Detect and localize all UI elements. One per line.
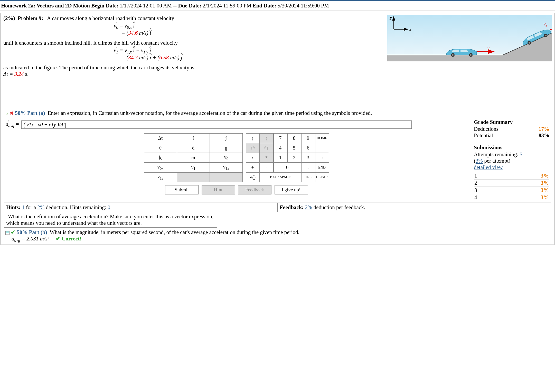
check-icon: ✔ — [11, 229, 15, 235]
part-a-box: ▷ ✖ 50% Part (a) Enter an expression, in… — [4, 109, 551, 202]
wrong-icon: ✖ — [10, 111, 14, 116]
part-b-box: ✔ 50% Part (b) What is the magnitude, in… — [4, 228, 551, 244]
key-home[interactable]: HOME — [315, 133, 329, 143]
problem-intro: A car moves along a horizontal road with… — [47, 15, 174, 21]
key-mul: * — [260, 153, 274, 163]
attempts-remaining[interactable]: 5 — [520, 151, 522, 157]
problem-mid: until it encounters a smooth inclined hi… — [3, 40, 380, 46]
due-date: 2/1/2024 11:59:00 PM — [203, 3, 251, 9]
grade-title: Grade Summary — [474, 119, 549, 125]
problem-figure: y x v0 v1 — [387, 15, 552, 108]
key-sub: ^↓ — [260, 143, 274, 153]
key-end[interactable]: END — [315, 163, 329, 172]
sym-khat[interactable]: k̂ — [144, 153, 177, 163]
submissions-title: Submissions — [474, 144, 549, 151]
answer-lhs: aavg = — [6, 121, 19, 128]
key-9[interactable]: 9 — [301, 133, 315, 143]
sym-d[interactable]: d — [177, 143, 210, 153]
sym-empty — [177, 172, 210, 182]
begin-date: 1/17/2024 12:01:00 AM — [120, 3, 172, 9]
key-backspace[interactable]: BACKSPACE — [260, 172, 301, 182]
sym-g[interactable]: g — [210, 143, 243, 153]
problem-container: (2%) Problem 9: A car moves along a hori… — [1, 13, 554, 245]
key-2[interactable]: 2 — [287, 153, 301, 163]
problem-weight: (2%) — [3, 15, 15, 21]
svg-point-10 — [470, 54, 472, 56]
key-sup: ↑^ — [246, 143, 260, 153]
key-clear[interactable]: CLEAR — [315, 172, 329, 182]
key-5[interactable]: 5 — [287, 143, 301, 153]
due-label: Due Date: — [178, 3, 201, 9]
hints-used[interactable]: 1 — [22, 204, 25, 210]
key-sqrt[interactable]: √() — [246, 172, 260, 182]
begin-label: Begin Date: — [91, 3, 118, 9]
part-a-prompt: Enter an expression, in Cartesian unit-v… — [48, 110, 372, 116]
detailed-view[interactable]: detailed view — [474, 164, 503, 170]
hint-button: Hint — [202, 185, 235, 194]
hint-cost[interactable]: 2% — [37, 204, 44, 210]
correct-label: ✔ Correct! — [56, 236, 81, 242]
v0-equation: v0 = v0,x i = (34.6 m/s) i — [114, 23, 380, 36]
feedback-cost[interactable]: 2% — [305, 204, 312, 210]
end-date: 5/30/2024 11:59:00 PM — [278, 3, 329, 9]
assignment-header: Homework 2a: Vectors and 2D Motion Begin… — [0, 0, 555, 11]
sym-v1y[interactable]: v1y — [144, 172, 177, 182]
symbol-palette: Δt î ĵ θ d g k̂ m v0 v0x v1 v1x v1y — [144, 133, 243, 182]
key-minus[interactable]: - — [260, 163, 274, 172]
sym-v1x[interactable]: v1x — [210, 163, 243, 172]
key-div[interactable]: / — [246, 153, 260, 163]
svg-text:y: y — [389, 15, 392, 20]
key-rparen: ) — [260, 133, 274, 143]
collapse-icon[interactable] — [5, 231, 10, 235]
sep: -- — [173, 3, 177, 9]
sym-v0x[interactable]: v0x — [144, 163, 177, 172]
hints-remaining[interactable]: 0 — [108, 204, 110, 210]
key-plus[interactable]: + — [246, 163, 260, 172]
assignment-title: Homework 2a: Vectors and 2D Motion — [1, 3, 90, 9]
key-6[interactable]: 6 — [301, 143, 315, 153]
key-right[interactable]: → — [315, 153, 329, 163]
end-label: End Date: — [253, 3, 276, 9]
hint-text: -What is the definition of average accel… — [4, 212, 217, 228]
per-attempt[interactable]: 3% — [476, 158, 483, 164]
key-8[interactable]: 8 — [287, 133, 301, 143]
part-a-label: 50% Part (a) — [15, 110, 45, 116]
v1-equation: v1 = v1,x i + v1,y j = (34.7 m/s) i + (6… — [114, 47, 380, 61]
part-b-answer: aavg = 2.031 m/s² — [12, 236, 49, 242]
key-dot[interactable]: . — [301, 163, 315, 172]
key-0[interactable]: 0 — [274, 163, 301, 172]
svg-point-8 — [452, 54, 454, 56]
key-3[interactable]: 3 — [301, 153, 315, 163]
key-1[interactable]: 1 — [274, 153, 287, 163]
sym-empty — [210, 172, 243, 182]
expand-icon[interactable]: ▷ — [6, 112, 8, 116]
sym-dt[interactable]: Δt — [144, 133, 177, 143]
feedback-button: Feedback — [238, 185, 271, 194]
answer-input[interactable]: ( v1x - v0 + v1y )/Δt| — [21, 120, 412, 129]
key-del[interactable]: DEL — [301, 172, 315, 182]
sym-jhat[interactable]: ĵ — [210, 133, 243, 143]
problem-tail: as indicated in the figure. The period o… — [3, 64, 380, 77]
part-b-label: 50% Part (b) — [17, 229, 47, 235]
sym-m[interactable]: m — [177, 153, 210, 163]
numeric-keypad: ( ) 7 8 9 HOME ↑^ ^↓ 4 5 6 ← / * — [246, 133, 329, 182]
hints-feedback-row: Hints: 1 for a 2% deduction. Hints remai… — [4, 203, 551, 212]
problem-label: Problem 9: — [18, 15, 43, 21]
key-7[interactable]: 7 — [274, 133, 287, 143]
key-left[interactable]: ← — [315, 143, 329, 153]
grade-summary: Grade Summary Deductions17% Potential83%… — [472, 119, 549, 201]
sym-v1[interactable]: v1 — [177, 163, 210, 172]
sym-theta[interactable]: θ — [144, 143, 177, 153]
key-4[interactable]: 4 — [274, 143, 287, 153]
part-b-prompt: What is the magnitude, in meters per squ… — [50, 229, 299, 235]
svg-text:x: x — [409, 27, 411, 32]
sym-v0[interactable]: v0 — [210, 153, 243, 163]
giveup-button[interactable]: I give up! — [275, 185, 308, 194]
sym-ihat[interactable]: î — [177, 133, 210, 143]
key-lparen[interactable]: ( — [246, 133, 260, 143]
submit-button[interactable]: Submit — [165, 185, 199, 194]
